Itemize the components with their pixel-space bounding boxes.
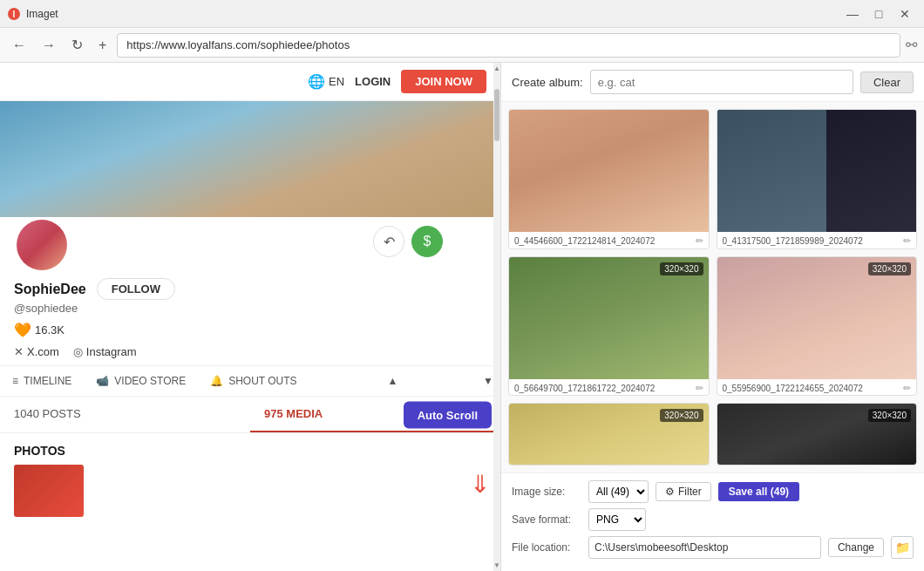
change-button[interactable]: Change — [828, 538, 884, 557]
photo-thumb-1[interactable] — [14, 465, 84, 517]
instagram-link[interactable]: ◎ Instagram — [73, 345, 137, 358]
size-badge-3: 320×320 — [660, 262, 703, 275]
photos-title: PHOTOS — [14, 444, 486, 458]
nav-scroll-button[interactable]: ▲ — [380, 368, 404, 394]
save-format-select[interactable]: PNG JPG WEBP — [588, 508, 646, 531]
size-badge-5: 320×320 — [660, 409, 703, 422]
edit-icon-3[interactable]: ✏ — [696, 383, 703, 394]
image-size-row: Image size: All (49) ⚙ Filter Save all (… — [512, 480, 914, 503]
title-bar-left: I Imaget — [7, 7, 58, 21]
save-format-label: Save format: — [512, 513, 581, 526]
tip-button[interactable]: $ — [411, 226, 443, 257]
right-panel: Create album: Clear 0_44546600_172212481… — [501, 63, 924, 571]
filter-icon: ⚙ — [665, 486, 675, 498]
login-button[interactable]: LOGIN — [355, 75, 391, 88]
tab-timeline-label: TIMELINE — [24, 375, 71, 387]
tab-shout-outs[interactable]: 🔔 SHOUT OUTS — [198, 366, 309, 396]
scroll-down-arrow[interactable]: ▼ — [493, 561, 500, 569]
profile-actions: ↶ $ — [373, 226, 443, 257]
auto-scroll-button[interactable]: Auto Scroll — [404, 401, 492, 428]
image-thumb-5[interactable]: 320×320 — [509, 404, 709, 465]
scroll-thumb[interactable] — [494, 89, 499, 141]
bookmark-icon[interactable]: ⚯ — [906, 37, 917, 53]
heart-icon: 🧡 — [14, 322, 31, 338]
clear-button[interactable]: Clear — [860, 71, 914, 93]
edit-icon-4[interactable]: ✏ — [903, 383, 911, 394]
image-thumb-6[interactable]: 320×320 — [717, 404, 917, 465]
stats-bar: 1040 POSTS 975 MEDIA Auto Scroll — [0, 396, 500, 433]
album-input[interactable] — [590, 70, 853, 94]
image-grid: 0_44546600_1722124814_2024072 ✏ Save 0_4… — [501, 102, 924, 472]
image-size-label: Image size: — [512, 486, 581, 498]
follow-button[interactable]: FOLLOW — [97, 278, 175, 300]
image-filename-4: 0_55956900_1722124655_2024072 — [723, 384, 863, 393]
forward-button[interactable]: → — [37, 34, 61, 57]
profile-followers: 🧡 16.3K — [14, 322, 486, 338]
image-card-3: 320×320 0_56649700_1721861722_2024072 ✏ … — [508, 256, 710, 397]
followers-count: 16.3K — [35, 323, 65, 336]
refresh-button[interactable]: ↻ — [66, 33, 88, 57]
folder-button[interactable]: 📁 — [891, 536, 914, 559]
folder-icon: 📁 — [895, 540, 910, 554]
album-bar: Create album: Clear — [501, 63, 924, 102]
browser-content: 🌐 EN LOGIN JOIN NOW ↶ $ SophieDee — [0, 63, 501, 571]
globe-icon: 🌐 — [308, 73, 325, 90]
language-button[interactable]: 🌐 EN — [308, 73, 344, 90]
image-info-1: 0_44546600_1722124814_2024072 ✏ — [509, 232, 709, 249]
file-location-label: File location: — [512, 541, 581, 554]
file-location-row: File location: Change 📁 — [512, 536, 914, 559]
maximize-button[interactable]: □ — [866, 3, 891, 24]
image-thumb-4[interactable]: 320×320 — [717, 257, 917, 379]
app-title: Imaget — [26, 8, 58, 20]
scrollbar[interactable]: ▲ ▼ — [493, 63, 500, 571]
filter-button[interactable]: ⚙ Filter — [656, 482, 711, 501]
back-button[interactable]: ← — [7, 34, 31, 57]
file-location-input[interactable] — [588, 536, 821, 559]
image-thumb-3[interactable]: 320×320 — [509, 257, 709, 379]
title-bar: I Imaget — □ ✕ — [0, 0, 924, 28]
scroll-up-arrow[interactable]: ▲ — [493, 65, 500, 72]
address-bar[interactable] — [117, 33, 900, 58]
profile-links: ✕ X.com ◎ Instagram — [14, 345, 486, 358]
timeline-icon: ≡ — [12, 375, 18, 387]
image-thumb-2[interactable] — [717, 110, 917, 232]
x-link[interactable]: ✕ X.com — [14, 345, 59, 358]
image-card-5: 320×320 — [508, 403, 710, 466]
album-label: Create album: — [512, 76, 583, 89]
image-card-1: 0_44546600_1722124814_2024072 ✏ Save — [508, 109, 710, 249]
title-bar-controls: — □ ✕ — [840, 3, 917, 24]
bottom-controls: Image size: All (49) ⚙ Filter Save all (… — [501, 472, 924, 571]
image-card-6: 320×320 — [717, 403, 918, 466]
x-icon: ✕ — [14, 345, 24, 358]
join-button[interactable]: JOIN NOW — [401, 70, 486, 93]
save-all-button[interactable]: Save all (49) — [718, 482, 799, 501]
close-button[interactable]: ✕ — [893, 3, 917, 24]
save-format-row: Save format: PNG JPG WEBP — [512, 508, 914, 531]
image-filename-2: 0_41317500_1721859989_2024072 — [723, 236, 863, 246]
main-layout: 🌐 EN LOGIN JOIN NOW ↶ $ SophieDee — [0, 63, 924, 571]
tab-video-label: VIDEO STORE — [114, 375, 186, 387]
avatar-image — [17, 220, 67, 270]
profile-section: ↶ $ SophieDee FOLLOW @sophiedee 🧡 16.3K … — [0, 217, 500, 358]
profile-nav: ≡ TIMELINE 📹 VIDEO STORE 🔔 SHOUT OUTS ▲ … — [0, 365, 500, 396]
new-tab-button[interactable]: + — [93, 34, 112, 57]
video-store-icon: 📹 — [96, 375, 109, 387]
image-preview-1 — [509, 110, 709, 232]
minimize-button[interactable]: — — [840, 3, 865, 24]
image-size-select[interactable]: All (49) — [588, 480, 649, 503]
image-thumb-1[interactable] — [509, 110, 709, 232]
image-preview-2 — [717, 110, 917, 232]
image-card-2: 0_41317500_1721859989_2024072 ✏ Save — [717, 109, 918, 249]
edit-icon-1[interactable]: ✏ — [696, 235, 703, 247]
share-button[interactable]: ↶ — [373, 226, 404, 257]
image-preview-4 — [717, 257, 917, 379]
tab-timeline[interactable]: ≡ TIMELINE — [0, 366, 84, 396]
auto-scroll-label: Auto Scroll — [418, 408, 478, 421]
tab-video-store[interactable]: 📹 VIDEO STORE — [84, 366, 198, 396]
posts-stat[interactable]: 1040 POSTS — [0, 397, 250, 432]
image-preview-3 — [509, 257, 709, 379]
edit-icon-2[interactable]: ✏ — [903, 235, 911, 247]
avatar — [14, 217, 70, 273]
shout-outs-icon: 🔔 — [210, 375, 223, 387]
size-badge-6: 320×320 — [868, 409, 911, 422]
